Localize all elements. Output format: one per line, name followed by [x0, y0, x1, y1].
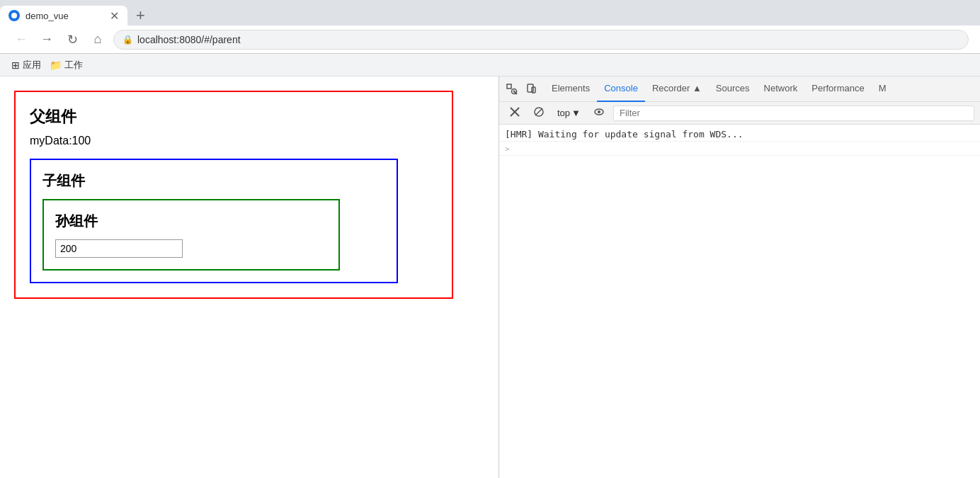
filter-input[interactable] — [613, 106, 974, 121]
clear-console-button[interactable] — [505, 104, 525, 122]
bookmark-work-label: 工作 — [64, 59, 83, 72]
svg-rect-4 — [528, 84, 533, 92]
forward-button[interactable]: → — [37, 30, 57, 50]
lock-icon: 🔒 — [122, 35, 133, 45]
block-icon-button[interactable] — [529, 104, 549, 122]
tab-network[interactable]: Network — [757, 76, 805, 102]
apps-icon: ⊞ — [11, 59, 20, 71]
grandchild-component: 孙组件 — [42, 199, 340, 271]
dropdown-arrow-icon: ▼ — [571, 108, 581, 118]
context-label: top — [557, 108, 570, 118]
devtools-side-icons — [502, 82, 542, 96]
console-line-text: [HMR] Waiting for update signal from WDS… — [505, 129, 743, 140]
folder-icon: 📁 — [50, 59, 62, 71]
parent-component: 父组件 myData:100 子组件 孙组件 — [14, 91, 453, 299]
url-bar[interactable]: 🔒 localhost:8080/#/parent — [113, 30, 969, 50]
tab-performance[interactable]: Performance — [804, 76, 871, 102]
browser-window: demo_vue ✕ + ← → ↻ ⌂ 🔒 localhost:8080/#/… — [0, 0, 980, 478]
tab-favicon — [8, 10, 20, 21]
main-area: 父组件 myData:100 子组件 孙组件 — [0, 76, 980, 478]
console-output: [HMR] Waiting for update signal from WDS… — [499, 125, 980, 478]
tab-close-button[interactable]: ✕ — [110, 9, 119, 23]
eye-button[interactable] — [589, 104, 609, 122]
parent-data: myData:100 — [30, 135, 438, 147]
tab-title: demo_vue — [25, 11, 104, 21]
bookmark-apps[interactable]: ⊞ 应用 — [11, 59, 41, 72]
back-button[interactable]: ← — [11, 30, 31, 50]
svg-point-11 — [598, 110, 600, 113]
parent-title: 父组件 — [30, 106, 438, 127]
tab-elements[interactable]: Elements — [545, 76, 597, 102]
svg-line-9 — [535, 108, 542, 115]
bookmarks-bar: ⊞ 应用 📁 工作 — [0, 54, 980, 76]
child-component: 子组件 孙组件 — [30, 159, 398, 283]
svg-rect-1 — [507, 84, 511, 89]
new-tab-button[interactable]: + — [130, 6, 151, 25]
device-toolbar-button[interactable] — [522, 82, 542, 96]
tab-bar: demo_vue ✕ + — [0, 0, 980, 25]
svg-point-0 — [11, 13, 17, 18]
console-line: [HMR] Waiting for update signal from WDS… — [499, 127, 980, 142]
url-text: localhost:8080/#/parent — [137, 34, 241, 45]
web-content: 父组件 myData:100 子组件 孙组件 — [0, 76, 498, 478]
inspect-element-button[interactable] — [502, 82, 522, 96]
tab-recorder[interactable]: Recorder ▲ — [645, 76, 709, 102]
devtools-tab-bar: Elements Console Recorder ▲ Sources Netw… — [499, 76, 980, 102]
tab-console[interactable]: Console — [597, 76, 645, 102]
bookmark-apps-label: 应用 — [23, 59, 41, 72]
refresh-button[interactable]: ↻ — [62, 30, 82, 50]
devtools-panel: Elements Console Recorder ▲ Sources Netw… — [498, 76, 980, 478]
home-button[interactable]: ⌂ — [88, 30, 108, 50]
tab-sources[interactable]: Sources — [709, 76, 757, 102]
tab-more[interactable]: M — [872, 76, 894, 102]
console-expand-line[interactable]: > — [499, 142, 980, 156]
address-bar: ← → ↻ ⌂ 🔒 localhost:8080/#/parent — [0, 25, 980, 54]
grandchild-title: 孙组件 — [55, 212, 327, 231]
console-toolbar: top ▼ — [499, 102, 980, 125]
bookmark-work[interactable]: 📁 工作 — [50, 59, 83, 72]
active-tab[interactable]: demo_vue ✕ — [0, 6, 127, 25]
expand-icon: > — [505, 144, 510, 154]
child-title: 子组件 — [42, 171, 385, 190]
grandchild-input[interactable] — [55, 239, 183, 258]
context-dropdown[interactable]: top ▼ — [553, 106, 585, 120]
